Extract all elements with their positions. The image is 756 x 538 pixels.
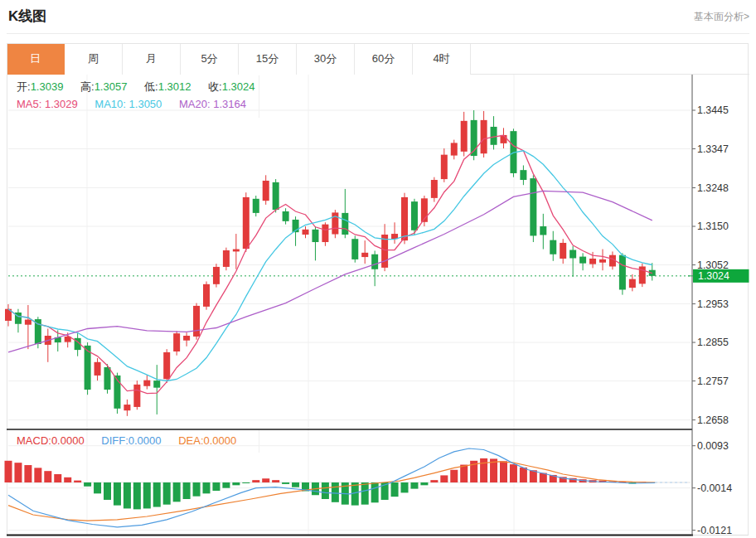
macd-bar <box>500 461 507 482</box>
macd-bar <box>14 463 22 482</box>
macd-bar <box>450 470 458 482</box>
macd-bar <box>143 482 151 508</box>
ma-legend: MA5: 1.3029 MA10: 1.3050 MA20: 1.3164 <box>17 98 260 110</box>
macd-bar <box>153 482 161 507</box>
macd-bar <box>430 480 438 482</box>
macd-bar <box>124 482 131 508</box>
price-axis-label: 1.2757 <box>697 376 729 387</box>
price-axis-label: 1.3347 <box>697 143 729 155</box>
macd-bar <box>322 482 329 499</box>
candle <box>599 259 606 263</box>
candle <box>461 121 468 152</box>
candle <box>25 320 32 325</box>
ma10-legend: MA10: 1.3050 <box>94 98 162 110</box>
macd-bar <box>114 482 121 506</box>
candle <box>619 255 626 290</box>
macd-bar <box>94 482 101 493</box>
candle <box>540 226 546 235</box>
macd-bar <box>401 482 409 492</box>
macd-bar <box>292 482 299 487</box>
candle <box>124 405 130 410</box>
macd-bar <box>173 482 181 502</box>
macd-bar <box>54 474 61 482</box>
candle <box>481 120 487 153</box>
macd-legend: MACD:0.0000 DIFF:0.0000 DEA:0.0000 <box>17 434 250 447</box>
price-axis-label: 1.2658 <box>697 414 729 426</box>
macd-bar <box>351 482 359 506</box>
macd-axis-label: 0.0093 <box>697 440 729 452</box>
candle <box>213 267 220 284</box>
macd-bar <box>34 468 41 482</box>
candle <box>273 182 279 210</box>
candle <box>351 239 358 259</box>
candle <box>342 213 348 235</box>
candle <box>550 240 556 254</box>
diff-value-legend: DIFF:0.0000 <box>101 434 161 447</box>
macd-bar <box>440 475 448 482</box>
macd-bar <box>480 458 487 482</box>
kline-page: K线图 基本面分析> 1.34451.33471.32481.31501.305… <box>0 0 756 538</box>
open-label: 开: <box>17 80 31 93</box>
candle <box>491 127 497 145</box>
candle <box>579 257 586 264</box>
candle <box>173 333 180 351</box>
candle <box>589 259 596 264</box>
price-axis-label: 1.3052 <box>697 259 729 271</box>
candle <box>629 279 636 288</box>
macd-bar <box>104 482 111 500</box>
candle <box>104 367 111 390</box>
macd-bar <box>74 481 81 482</box>
candle <box>183 336 190 341</box>
macd-bar <box>64 477 71 482</box>
candle <box>233 250 240 252</box>
candle <box>560 243 566 259</box>
macd-bar <box>44 471 51 482</box>
candle <box>371 254 378 269</box>
candle <box>441 155 448 179</box>
macd-bar <box>84 482 91 487</box>
ma5-legend: MA5: 1.3029 <box>17 98 78 110</box>
candle <box>569 250 576 259</box>
candle <box>193 306 200 337</box>
candle <box>361 253 368 257</box>
macd-bar <box>332 482 339 502</box>
candle <box>303 230 309 235</box>
candle <box>153 380 160 388</box>
candle <box>143 380 150 386</box>
candle <box>94 362 101 376</box>
macd-bar <box>262 478 269 482</box>
candle <box>322 225 328 242</box>
candle <box>451 143 458 155</box>
low-value: 1.3012 <box>158 80 191 93</box>
candle <box>530 178 536 235</box>
close-label: 收: <box>208 80 222 93</box>
macd-value-legend: MACD:0.0000 <box>17 434 85 447</box>
macd-bar <box>183 482 191 499</box>
macd-bar <box>282 482 289 484</box>
candle <box>203 284 210 307</box>
macd-bar <box>222 482 230 488</box>
macd-bar <box>460 465 468 482</box>
macd-bar <box>232 482 240 485</box>
macd-bar <box>163 482 171 505</box>
macd-bar <box>420 482 428 485</box>
candle <box>223 250 230 267</box>
candle <box>163 352 170 379</box>
candle <box>401 197 408 240</box>
ohlc-legend: 开:1.3039 高:1.3057 低:1.3012 收:1.3024 <box>17 80 269 95</box>
current-price-tag-label: 1.3024 <box>698 270 729 282</box>
candle <box>411 201 418 230</box>
candle <box>243 197 250 249</box>
candle <box>133 385 140 407</box>
close-value: 1.3024 <box>222 80 255 93</box>
macd-bar <box>520 468 527 482</box>
macd-bar <box>252 480 259 482</box>
macd-bar <box>203 482 211 493</box>
macd-bar <box>272 480 279 482</box>
macd-bar <box>510 464 517 482</box>
candle <box>431 180 438 198</box>
price-axis-label: 1.3248 <box>697 182 729 194</box>
high-label: 高: <box>80 80 94 93</box>
price-axis-label: 1.2855 <box>697 337 729 348</box>
macd-axis-label: -0.0121 <box>697 525 732 536</box>
